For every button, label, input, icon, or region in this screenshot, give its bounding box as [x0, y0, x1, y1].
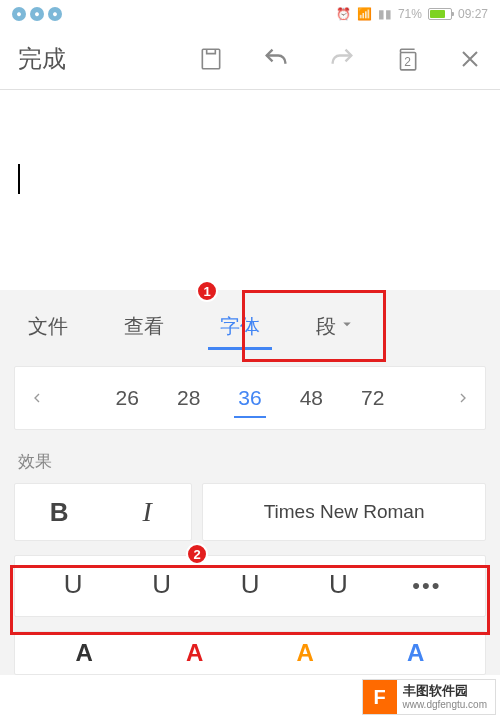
underline-more-button[interactable]: •••	[383, 556, 471, 616]
font-size-option[interactable]: 36	[234, 380, 265, 416]
done-button[interactable]: 完成	[18, 43, 66, 75]
close-icon[interactable]	[458, 47, 482, 71]
editor-canvas[interactable]	[0, 90, 500, 290]
notification-icon: ●	[30, 7, 44, 21]
toolbar: 完成 2	[0, 28, 500, 90]
tab-paragraph[interactable]: 段	[288, 290, 344, 362]
font-color-option[interactable]: A	[29, 632, 140, 674]
tab-file[interactable]: 文件	[0, 290, 96, 362]
font-color-option[interactable]: A	[140, 632, 251, 674]
style-row: B I Times New Roman	[0, 483, 500, 541]
annotation-badge-1: 1	[196, 280, 218, 302]
battery-icon	[428, 8, 452, 20]
watermark-url: www.dgfengtu.com	[403, 699, 488, 710]
notification-icon: ●	[12, 7, 26, 21]
panel-tabs: 文件 查看 字体 段 1	[0, 290, 500, 362]
page-count: 2	[404, 54, 411, 68]
statusbar-right: ⏰ 📶 ▮▮ 71% 09:27	[336, 7, 488, 21]
font-color-option[interactable]: A	[361, 632, 472, 674]
bold-italic-group: B I	[14, 483, 192, 541]
font-color-row: A A A A	[14, 631, 486, 675]
size-next-icon[interactable]	[455, 386, 471, 410]
font-color-option[interactable]: A	[250, 632, 361, 674]
underline-row: U U U U •••	[14, 555, 486, 617]
notification-icon: ●	[48, 7, 62, 21]
pages-icon[interactable]: 2	[394, 46, 420, 72]
watermark: F 丰图软件园 www.dgfengtu.com	[362, 679, 497, 715]
font-size-option[interactable]: 28	[173, 380, 204, 416]
section-effects-label: 效果	[0, 430, 500, 483]
annotation-badge-2: 2	[186, 543, 208, 565]
wifi-icon: 📶	[357, 7, 372, 21]
font-size-option[interactable]: 72	[357, 380, 388, 416]
redo-icon[interactable]	[328, 45, 356, 73]
font-size-option[interactable]: 48	[296, 380, 327, 416]
alarm-icon: ⏰	[336, 7, 351, 21]
status-bar: ● ● ● ⏰ 📶 ▮▮ 71% 09:27	[0, 0, 500, 28]
underline-single-button[interactable]: U	[117, 556, 205, 616]
tab-view[interactable]: 查看	[96, 290, 192, 362]
size-prev-icon[interactable]	[29, 386, 45, 410]
bold-button[interactable]: B	[15, 497, 103, 528]
watermark-logo: F	[363, 680, 397, 714]
watermark-title: 丰图软件园	[403, 684, 488, 698]
statusbar-notifications: ● ● ●	[12, 7, 62, 21]
battery-percent: 71%	[398, 7, 422, 21]
font-size-picker: 26 28 36 48 72	[14, 366, 486, 430]
text-cursor	[18, 164, 20, 194]
svg-rect-0	[202, 49, 219, 69]
signal-icon: ▮▮	[378, 7, 392, 21]
underline-thick-button[interactable]: U	[294, 556, 382, 616]
clock-time: 09:27	[458, 7, 488, 21]
underline-none-button[interactable]: U	[29, 556, 117, 616]
format-panel: 文件 查看 字体 段 1 26 28 36 48 72 效果 B I	[0, 290, 500, 675]
underline-double-button[interactable]: U	[206, 556, 294, 616]
undo-icon[interactable]	[262, 45, 290, 73]
italic-button[interactable]: I	[103, 496, 191, 528]
font-size-option[interactable]: 26	[112, 380, 143, 416]
save-icon[interactable]	[198, 46, 224, 72]
font-family-picker[interactable]: Times New Roman	[202, 483, 486, 541]
